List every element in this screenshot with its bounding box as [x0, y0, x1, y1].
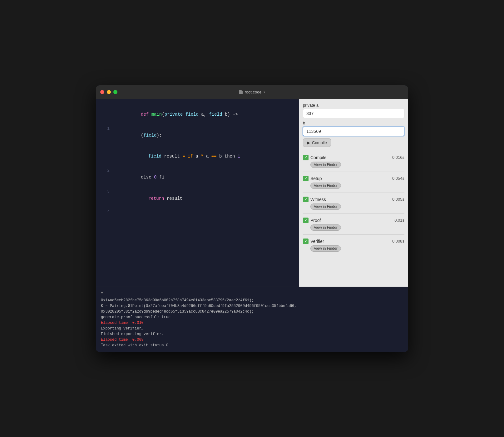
- window-title: root.code ▾: [239, 90, 265, 94]
- step-verifier-time: 0.008s: [392, 239, 404, 244]
- code-content-3: else 0 fi: [115, 167, 165, 188]
- step-verifier-name: Verifier: [310, 239, 390, 244]
- step-setup-finder-button[interactable]: View in Finder: [310, 183, 341, 189]
- step-verifier-finder-button[interactable]: View in Finder: [310, 245, 341, 252]
- step-setup-time: 0.054s: [392, 176, 404, 181]
- file-icon: [239, 90, 243, 94]
- code-content-0: def main(private field a, field b) ->: [115, 104, 238, 125]
- terminal-line-2: 0x3020205f381f2a2d9db9beded48cd65f51359a…: [101, 309, 403, 314]
- maximize-button[interactable]: [113, 90, 117, 94]
- divider-3: [303, 213, 404, 214]
- compile-btn-icon: ▶: [307, 140, 310, 145]
- close-button[interactable]: [100, 90, 104, 94]
- step-proof-header: ✓ Proof 0.01s: [303, 218, 404, 223]
- step-proof-time: 0.01s: [394, 218, 404, 223]
- step-proof: ✓ Proof 0.01s View in Finder: [303, 218, 404, 231]
- field-b-group: b: [303, 121, 404, 136]
- step-witness-name: Witness: [310, 197, 390, 202]
- step-compile-header: ✓ Compile 0.016s: [303, 155, 404, 160]
- terminal-line-7: Elapsed time: 0.008: [101, 337, 403, 343]
- terminal-pane[interactable]: ▼ 0x14ad5ecb282fbe75c863d90a6b082b7f8b74…: [96, 287, 408, 352]
- line-num-4: 3: [101, 188, 110, 195]
- step-witness-time: 0.005s: [392, 197, 404, 202]
- code-content-1: (field):: [115, 125, 162, 146]
- step-witness-header: ✓ Witness 0.005s: [303, 197, 404, 202]
- terminal-line-0: 0x14ad5ecb282fbe75c863d90a6b082b7f8b7494…: [101, 298, 403, 303]
- main-area: def main(private field a, field b) -> 1 …: [96, 99, 408, 287]
- step-compile-name: Compile: [310, 155, 390, 160]
- code-line-5: 4: [96, 209, 299, 216]
- field-b-input[interactable]: [303, 127, 404, 136]
- title-text: root.code: [245, 90, 261, 94]
- line-num-5: 4: [101, 209, 110, 215]
- step-compile: ✓ Compile 0.016s View in Finder: [303, 155, 404, 168]
- minimize-button[interactable]: [107, 90, 111, 94]
- field-a-group: private a: [303, 103, 404, 118]
- terminal-line-4: Elapsed time: 0.010: [101, 320, 403, 326]
- field-a-label: private a: [303, 103, 404, 108]
- code-line-0: def main(private field a, field b) ->: [96, 104, 299, 125]
- right-panel: private a b ▶ Compile ✓ Compile 0.016s: [299, 99, 408, 287]
- divider-4: [303, 234, 404, 235]
- app-window: root.code ▾ def main(private field a, fi…: [96, 85, 408, 352]
- step-witness-finder-button[interactable]: View in Finder: [310, 203, 341, 210]
- compile-button[interactable]: ▶ Compile: [303, 138, 331, 147]
- step-witness: ✓ Witness 0.005s View in Finder: [303, 197, 404, 210]
- code-content-2: field result = if a * a == b then 1: [115, 146, 240, 167]
- step-witness-check: ✓: [303, 197, 309, 202]
- step-compile-time: 0.016s: [392, 155, 404, 160]
- compile-btn-label: Compile: [312, 140, 327, 145]
- line-num-3: 2: [101, 168, 110, 174]
- field-a-input[interactable]: [303, 109, 404, 118]
- step-proof-name: Proof: [310, 218, 393, 223]
- step-compile-check: ✓: [303, 155, 309, 160]
- field-b-label: b: [303, 121, 404, 125]
- terminal-line-1: K = Pairing.G1Point(0x27afeeaf704b8a4d92…: [101, 303, 403, 309]
- terminal-toggle[interactable]: ▼: [101, 291, 403, 295]
- step-verifier-header: ✓ Verifier 0.008s: [303, 239, 404, 244]
- terminal-line-3: generate-proof successful: true: [101, 314, 403, 320]
- traffic-lights: [100, 90, 117, 94]
- code-line-2: field result = if a * a == b then 1: [96, 146, 299, 167]
- code-line-3: 2 else 0 fi: [96, 167, 299, 188]
- terminal-line-5: Exporting verifier…: [101, 326, 403, 331]
- title-chevron[interactable]: ▾: [264, 90, 265, 94]
- step-setup-header: ✓ Setup 0.054s: [303, 176, 404, 181]
- step-proof-check: ✓: [303, 218, 309, 223]
- code-content-4: return result: [115, 188, 182, 209]
- step-verifier: ✓ Verifier 0.008s View in Finder: [303, 239, 404, 252]
- step-verifier-check: ✓: [303, 239, 309, 244]
- step-proof-finder-button[interactable]: View in Finder: [310, 224, 341, 231]
- titlebar: root.code ▾: [96, 85, 408, 99]
- step-setup: ✓ Setup 0.054s View in Finder: [303, 176, 404, 189]
- code-line-1: 1 (field):: [96, 125, 299, 146]
- editor-pane[interactable]: def main(private field a, field b) -> 1 …: [96, 99, 299, 287]
- divider-1: [303, 172, 404, 172]
- step-setup-check: ✓: [303, 176, 309, 181]
- step-compile-finder-button[interactable]: View in Finder: [310, 162, 341, 168]
- divider-0: [303, 151, 404, 151]
- divider-2: [303, 193, 404, 193]
- terminal-line-9: Task exited with exit status 0: [101, 343, 403, 348]
- step-setup-name: Setup: [310, 176, 390, 181]
- code-line-4: 3 return result: [96, 188, 299, 209]
- terminal-line-6: Finished exporting verifier.: [101, 331, 403, 337]
- line-num-1: 1: [101, 126, 110, 132]
